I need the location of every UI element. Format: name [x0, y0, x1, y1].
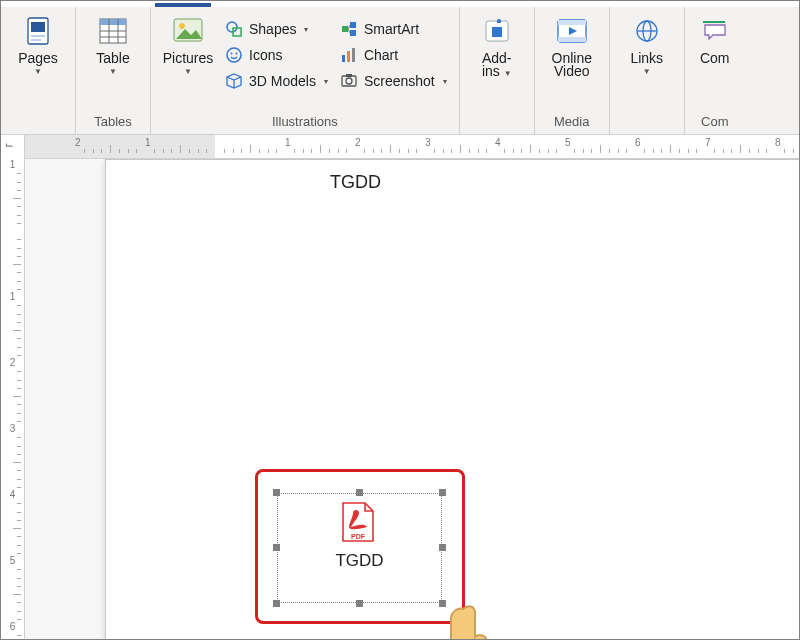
table-icon [97, 15, 129, 47]
ruler-margin-shade [25, 135, 215, 158]
embedded-object-label: TGDD [277, 551, 442, 571]
svg-rect-35 [703, 21, 725, 23]
group-label-comments: Com [685, 114, 745, 134]
group-illustrations: Pictures ▼ Shapes▾ Icons 3D Models▾ [151, 7, 460, 134]
svg-rect-17 [342, 26, 348, 32]
resize-handle-ml[interactable] [273, 544, 280, 551]
svg-rect-18 [350, 22, 356, 28]
svg-rect-32 [558, 37, 586, 42]
group-label-tables: Tables [76, 114, 150, 134]
ruler-tick: 6 [1, 621, 24, 632]
icons-button[interactable]: Icons [219, 43, 334, 67]
addins-button[interactable]: Add- ins ▼ [466, 11, 528, 80]
svg-point-16 [236, 53, 238, 55]
shapes-icon [225, 20, 243, 38]
screenshot-button[interactable]: Screenshot▾ [334, 69, 453, 93]
group-label-links [610, 114, 684, 134]
ruler-tick: 2 [1, 357, 24, 368]
resize-handle-tl[interactable] [273, 489, 280, 496]
svg-rect-3 [31, 39, 41, 41]
ruler-tick: 5 [565, 137, 571, 148]
svg-line-20 [348, 25, 350, 29]
document-area[interactable]: TGDD PDF TGDD [25, 159, 799, 639]
comments-label: Com [700, 51, 730, 66]
svg-point-12 [227, 22, 237, 32]
pictures-button[interactable]: Pictures ▼ [157, 11, 219, 77]
resize-handle-bl[interactable] [273, 600, 280, 607]
pages-icon [22, 15, 54, 47]
svg-rect-1 [31, 22, 45, 32]
embedded-object[interactable]: PDF TGDD [277, 493, 442, 603]
resize-handle-tr[interactable] [439, 489, 446, 496]
smartart-label: SmartArt [364, 21, 419, 37]
ruler-tick: 4 [1, 489, 24, 500]
3d-models-button[interactable]: 3D Models▾ [219, 69, 334, 93]
3d-models-label: 3D Models [249, 73, 316, 89]
chevron-down-icon: ▼ [109, 68, 117, 77]
comments-button[interactable]: Com [691, 11, 739, 66]
table-label: Table [96, 51, 129, 66]
pages-label: Pages [18, 51, 58, 66]
svg-point-11 [179, 23, 185, 29]
group-comments: Com Com [685, 7, 745, 134]
ruler-tick: 3 [1, 423, 24, 434]
svg-rect-19 [350, 30, 356, 36]
svg-rect-31 [558, 20, 586, 25]
svg-line-21 [348, 29, 350, 33]
icons-label: Icons [249, 47, 282, 63]
resize-handle-tm[interactable] [356, 489, 363, 496]
pictures-label: Pictures [163, 51, 214, 66]
document-text: TGDD [330, 172, 381, 193]
svg-point-26 [346, 78, 352, 84]
ruler-tick: 4 [495, 137, 501, 148]
online-video-button[interactable]: Online Video [541, 11, 603, 80]
screenshot-icon [340, 72, 358, 90]
pointer-hand-icon [407, 599, 527, 639]
pages-button[interactable]: Pages ▼ [7, 11, 69, 77]
chevron-down-icon: ▾ [304, 25, 308, 34]
resize-handle-mr[interactable] [439, 544, 446, 551]
svg-rect-29 [492, 27, 502, 37]
svg-point-14 [227, 48, 241, 62]
resize-handle-bm[interactable] [356, 600, 363, 607]
horizontal-ruler: 2112345678 [25, 135, 799, 159]
shapes-button[interactable]: Shapes▾ [219, 17, 334, 41]
ruler-tick: 7 [705, 137, 711, 148]
ruler-tick: 1 [1, 291, 24, 302]
ruler-tick: 5 [1, 555, 24, 566]
chart-button[interactable]: Chart [334, 43, 453, 67]
ruler-tick: 8 [775, 137, 781, 148]
chart-label: Chart [364, 47, 398, 63]
links-label: Links [630, 51, 663, 66]
ruler-tick: 1 [285, 137, 291, 148]
word-window: Pages ▼ Table ▼ Tables [0, 0, 800, 640]
ruler-tick: 1 [1, 159, 24, 170]
group-label-addins [460, 114, 534, 134]
pictures-icon [172, 15, 204, 47]
ruler-corner-icon: ⌙ [5, 139, 13, 150]
page[interactable]: TGDD [105, 159, 799, 639]
ruler-tick: 6 [635, 137, 641, 148]
svg-rect-22 [342, 55, 345, 62]
ruler-tick: 3 [425, 137, 431, 148]
group-label-media: Media [535, 114, 609, 134]
addins-label-l2: ins ▼ [482, 64, 512, 79]
pdf-icon: PDF [339, 501, 377, 543]
svg-rect-27 [346, 74, 352, 77]
table-button[interactable]: Table ▼ [82, 11, 144, 77]
chevron-down-icon: ▾ [324, 77, 328, 86]
active-tab-underline [155, 3, 211, 7]
group-tables: Table ▼ Tables [76, 7, 151, 134]
vertical-ruler: ⌙ 11234567 [1, 135, 25, 639]
online-video-icon [556, 15, 588, 47]
group-pages: Pages ▼ [1, 7, 76, 134]
chevron-down-icon: ▼ [184, 68, 192, 77]
links-icon [631, 15, 663, 47]
svg-rect-23 [347, 51, 350, 62]
links-button[interactable]: Links ▼ [616, 11, 678, 77]
ruler-tick: 2 [355, 137, 361, 148]
online-video-l2: Video [554, 64, 590, 79]
smartart-button[interactable]: SmartArt [334, 17, 453, 41]
svg-rect-5 [100, 19, 126, 25]
smartart-icon [340, 20, 358, 38]
